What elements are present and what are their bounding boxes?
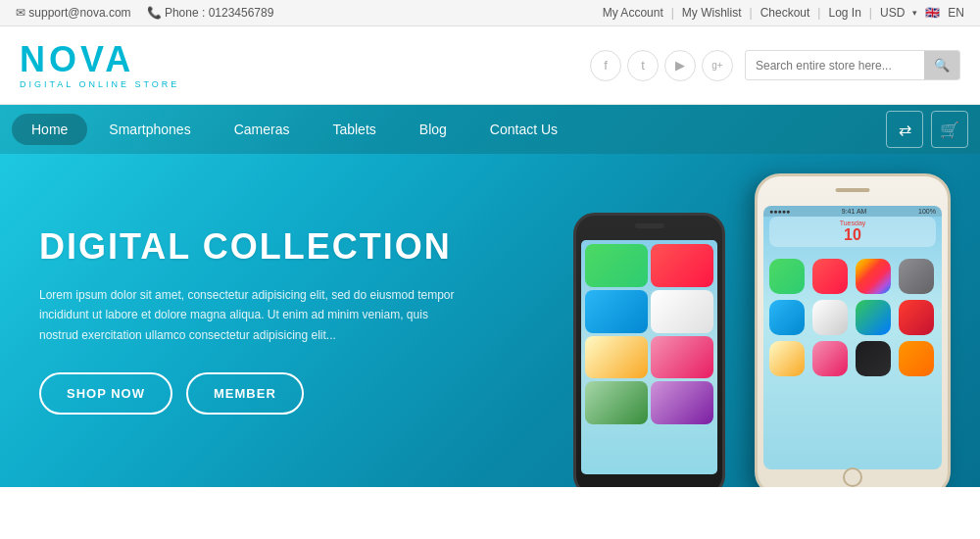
- nav-right: ⇄ 🛒: [886, 111, 968, 148]
- sep1: |: [671, 6, 674, 20]
- login-link[interactable]: Log In: [828, 6, 860, 20]
- app-calendar: [651, 244, 713, 287]
- email-info: ✉ support@nova.com: [16, 6, 131, 20]
- sep2: |: [750, 6, 753, 20]
- hero-description: Lorem ipsum dolor sit amet, consectetur …: [39, 285, 470, 345]
- youtube-icon[interactable]: ▶: [664, 50, 696, 81]
- app-notes: [585, 336, 648, 379]
- header: NOVA DIGITAL ONLINE STORE f t ▶ g+ 🔍: [0, 26, 980, 105]
- compare-button[interactable]: ⇄: [886, 111, 923, 148]
- app-notes-lg: [769, 341, 805, 376]
- social-icons: f t ▶ g+: [590, 50, 733, 81]
- sep4: |: [869, 6, 872, 20]
- phone-front-screen: ●●●●● 9:41 AM 100% Tuesday 10: [763, 206, 942, 469]
- phone-back-speaker: [635, 223, 664, 228]
- nav-items: Home Smartphones Cameras Tablets Blog Co…: [12, 108, 886, 151]
- hero-buttons: SHOP NOW MEMBER: [39, 372, 470, 415]
- phone-front-speaker: [836, 188, 870, 192]
- cart-button[interactable]: 🛒: [931, 111, 968, 148]
- top-bar-left: ✉ support@nova.com 📞 Phone : 0123456789: [16, 6, 273, 20]
- app-messages: [585, 244, 648, 287]
- sep3: |: [817, 6, 820, 20]
- phone-status-bar: ●●●●● 9:41 AM 100%: [763, 206, 942, 217]
- facebook-icon[interactable]: f: [590, 50, 621, 81]
- member-button[interactable]: MEMBER: [186, 372, 304, 415]
- app-stocks-lg: [856, 341, 891, 376]
- app-clock: [651, 290, 713, 333]
- flag-icon: 🇬🇧: [925, 6, 940, 20]
- nav-smartphones[interactable]: Smartphones: [87, 108, 212, 151]
- app-reminders: [651, 336, 713, 379]
- app-messages-lg: [769, 259, 805, 294]
- my-wishlist-link[interactable]: My Wishlist: [682, 6, 742, 20]
- phone-info: 📞 Phone : 0123456789: [147, 6, 274, 20]
- top-bar-right: My Account | My Wishlist | Checkout | Lo…: [603, 6, 964, 20]
- phone-date-widget: Tuesday 10: [769, 217, 936, 247]
- app-videos-lg: [899, 300, 934, 335]
- shop-now-button[interactable]: SHOP NOW: [39, 372, 172, 415]
- phone-app-grid: [763, 251, 942, 384]
- nav-tablets[interactable]: Tablets: [311, 108, 397, 151]
- app-itunes: [651, 381, 713, 424]
- phone-day: Tuesday: [772, 220, 933, 226]
- app-gc-lg: [899, 341, 934, 376]
- app-maps-lg: [856, 300, 891, 335]
- my-account-link[interactable]: My Account: [603, 6, 663, 20]
- app-clock-lg: [812, 300, 848, 335]
- nav-bar: Home Smartphones Cameras Tablets Blog Co…: [0, 105, 980, 154]
- app-weather-lg: [769, 300, 805, 335]
- logo-subtitle: DIGITAL ONLINE STORE: [20, 79, 179, 89]
- phone-time-display: 9:41 AM: [842, 208, 867, 215]
- search-button[interactable]: 🔍: [924, 51, 959, 79]
- googleplus-icon[interactable]: g+: [702, 50, 733, 81]
- hero-title: DIGITAL COLLECTION: [39, 226, 470, 268]
- nav-contact[interactable]: Contact Us: [468, 108, 579, 151]
- logo-text: NOVA: [20, 42, 179, 77]
- nav-home[interactable]: Home: [12, 114, 87, 145]
- currency-selector[interactable]: USD: [880, 6, 905, 20]
- signal-icon: ●●●●●: [769, 208, 790, 215]
- app-newsstand: [585, 381, 648, 424]
- search-input[interactable]: [746, 53, 924, 78]
- hero-section: DIGITAL COLLECTION Lorem ipsum dolor sit…: [0, 154, 980, 487]
- currency-chevron: ▾: [912, 8, 917, 18]
- nav-cameras[interactable]: Cameras: [213, 108, 312, 151]
- header-right: f t ▶ g+ 🔍: [590, 50, 960, 81]
- app-reminders-lg: [812, 341, 848, 376]
- nav-blog[interactable]: Blog: [398, 108, 468, 151]
- app-photos-lg: [856, 259, 891, 294]
- language-selector[interactable]: EN: [948, 6, 964, 20]
- hero-content: DIGITAL COLLECTION Lorem ipsum dolor sit…: [0, 226, 510, 415]
- checkout-link[interactable]: Checkout: [760, 6, 810, 20]
- app-weather: [585, 290, 648, 333]
- phone-icon: 📞: [147, 6, 162, 20]
- phone-back-screen: [581, 240, 717, 474]
- phone-display: ●●●●● 9:41 AM 100% Tuesday 10: [490, 154, 980, 487]
- twitter-icon[interactable]: t: [627, 50, 659, 81]
- phone-home-button: [843, 467, 862, 487]
- phone-container: ●●●●● 9:41 AM 100% Tuesday 10: [490, 154, 980, 487]
- search-box: 🔍: [745, 50, 960, 80]
- battery-display: 100%: [918, 208, 936, 215]
- phone-front: ●●●●● 9:41 AM 100% Tuesday 10: [755, 173, 951, 487]
- app-calendar-lg: [812, 259, 848, 294]
- phone-back: [573, 213, 725, 487]
- top-bar: ✉ support@nova.com 📞 Phone : 0123456789 …: [0, 0, 980, 26]
- email-icon: ✉: [16, 6, 25, 20]
- phone-date-num: 10: [772, 226, 933, 244]
- logo[interactable]: NOVA DIGITAL ONLINE STORE: [20, 42, 179, 89]
- app-camera-lg: [899, 259, 934, 294]
